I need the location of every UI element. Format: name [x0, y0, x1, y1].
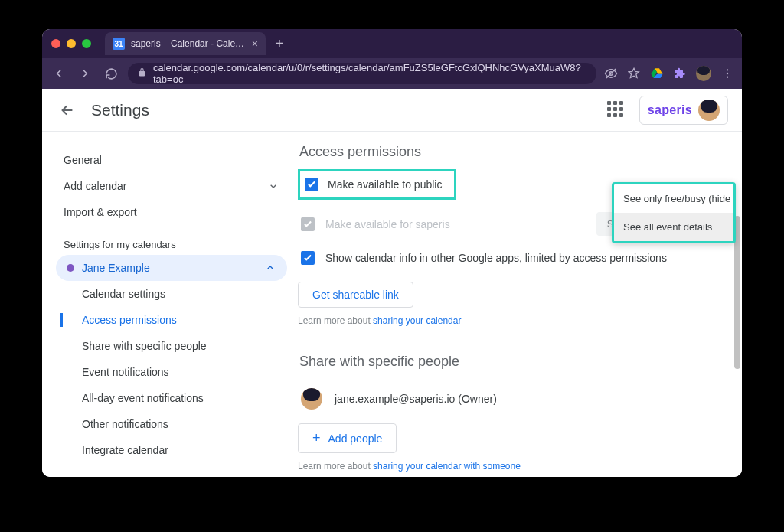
sidebar-item-general[interactable]: General — [56, 147, 287, 173]
chevron-up-icon — [264, 262, 276, 274]
sub-allday-notifications[interactable]: All-day event notifications — [60, 385, 287, 411]
sidebar-item-add-calendar[interactable]: Add calendar — [56, 173, 287, 199]
sub-integrate-calendar[interactable]: Integrate calendar — [60, 437, 287, 463]
apps-icon[interactable] — [607, 101, 626, 119]
learn-link-1[interactable]: sharing your calendar — [373, 315, 461, 326]
new-tab-button[interactable]: + — [275, 35, 284, 53]
sub-other-notifications[interactable]: Other notifications — [60, 411, 287, 437]
sub-event-notifications[interactable]: Event notifications — [60, 359, 287, 385]
page-content: Settings saperis General Add calendar Im… — [42, 89, 742, 477]
settings-back-button[interactable] — [56, 99, 79, 122]
label-info: Show calendar info in other Google apps,… — [325, 252, 667, 264]
account-chip[interactable]: saperis — [639, 96, 728, 125]
address-bar[interactable]: calendar.google.com/calendar/u/0/r/setti… — [128, 63, 596, 84]
chevron-down-icon — [267, 180, 279, 192]
sidebar-section-title: Settings for my calendars — [56, 225, 287, 255]
tab-close-icon[interactable]: × — [252, 38, 258, 50]
tab-favicon: 31 — [113, 38, 125, 50]
sidebar-item-import-export[interactable]: Import & export — [56, 199, 287, 225]
close-window-button[interactable] — [51, 39, 60, 48]
page-body: General Add calendar Import & export Set… — [42, 132, 742, 477]
forward-button[interactable] — [76, 64, 94, 83]
learn-link-2[interactable]: sharing your calendar with someone — [373, 461, 521, 472]
titlebar: 31 saperis – Calendar - Calendar s × + — [42, 29, 742, 58]
brand-name: saperis — [648, 103, 692, 117]
svg-point-2 — [727, 69, 728, 70]
access-permissions-title: Access permissions — [299, 144, 719, 160]
svg-point-4 — [727, 76, 728, 77]
sidebar: General Add calendar Import & export Set… — [42, 132, 293, 477]
browser-menu-icon[interactable] — [720, 67, 734, 80]
lock-icon — [137, 67, 147, 80]
page-header: Settings saperis — [42, 89, 742, 132]
share-people-title: Share with specific people — [299, 354, 719, 370]
share-owner-row: jane.example@saperis.io (Owner) — [298, 379, 719, 419]
maximize-window-button[interactable] — [82, 39, 91, 48]
checkbox-org — [301, 217, 315, 231]
drive-icon[interactable] — [650, 67, 664, 80]
owner-email: jane.example@saperis.io (Owner) — [335, 393, 497, 405]
label-org: Make available for saperis — [325, 218, 450, 230]
sub-calendar-settings[interactable]: Calendar settings — [60, 281, 287, 307]
menu-item-freebusy[interactable]: See only free/busy (hide details) — [614, 184, 733, 213]
checkbox-public[interactable] — [305, 178, 318, 191]
get-shareable-link-button[interactable]: Get shareable link — [298, 282, 413, 308]
browser-window: 31 saperis – Calendar - Calendar s × + c… — [42, 29, 742, 477]
eye-icon[interactable] — [604, 67, 618, 80]
add-people-button[interactable]: + Add people — [298, 423, 397, 453]
toolbar-extensions — [604, 66, 734, 81]
browser-toolbar: calendar.google.com/calendar/u/0/r/setti… — [42, 58, 742, 89]
menu-item-all-details[interactable]: See all event details — [614, 213, 733, 241]
svg-point-3 — [727, 73, 728, 74]
puzzle-icon[interactable] — [673, 67, 687, 80]
owner-avatar-icon — [301, 388, 322, 410]
learn-more-2: Learn more about sharing your calendar w… — [298, 461, 719, 472]
main-panel: Access permissions Make available to pub… — [293, 132, 742, 477]
checkbox-info[interactable] — [301, 251, 315, 265]
page-title: Settings — [91, 101, 607, 119]
plus-icon: + — [312, 430, 321, 446]
visibility-dropdown-menu: See only free/busy (hide details) See al… — [612, 182, 736, 243]
profile-avatar-icon[interactable] — [696, 66, 711, 81]
tab-title: saperis – Calendar - Calendar s — [131, 38, 246, 49]
browser-tab[interactable]: 31 saperis – Calendar - Calendar s × — [105, 32, 266, 55]
window-controls — [51, 39, 91, 48]
avatar-icon — [698, 100, 720, 121]
label-public: Make available to public — [328, 178, 442, 191]
url-text: calendar.google.com/calendar/u/0/r/setti… — [153, 62, 587, 85]
sub-access-permissions[interactable]: Access permissions — [60, 307, 287, 333]
highlight-public: Make available to public — [298, 169, 456, 200]
minimize-window-button[interactable] — [67, 39, 76, 48]
sidebar-calendar-jane[interactable]: Jane Example — [56, 255, 287, 281]
back-button[interactable] — [50, 64, 68, 83]
reload-button[interactable] — [102, 64, 120, 83]
sub-share-people[interactable]: Share with specific people — [60, 333, 287, 359]
star-icon[interactable] — [627, 67, 641, 80]
sidebar-sub-items: Calendar settings Access permissions Sha… — [59, 281, 287, 463]
calendar-color-dot — [67, 264, 74, 272]
learn-more-1: Learn more about sharing your calendar — [298, 315, 719, 326]
perm-info-row: Show calendar info in other Google apps,… — [298, 243, 719, 273]
